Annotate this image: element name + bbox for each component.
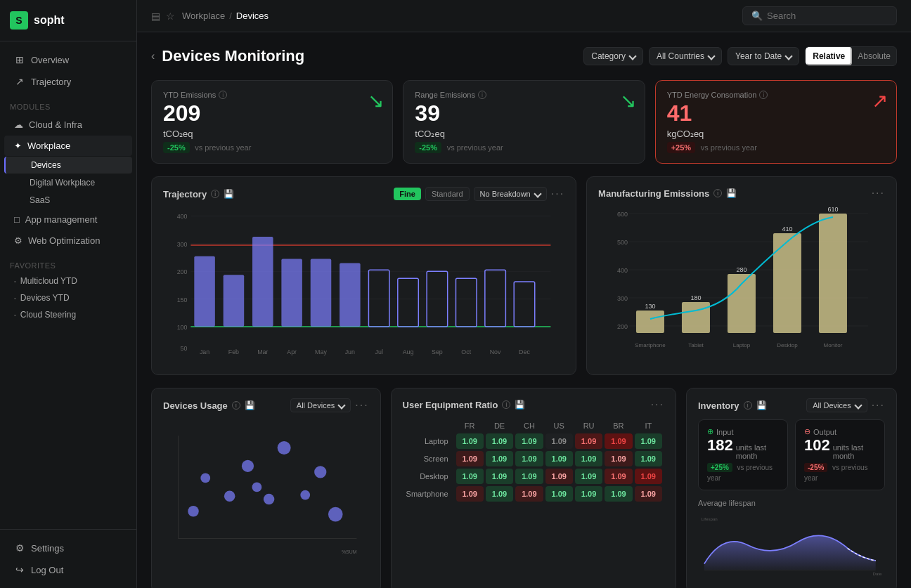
logout-item[interactable]: ↪ Log Out (4, 559, 132, 580)
trend-arrow-down-icon: ↘ (620, 89, 636, 112)
col-br: BR (605, 420, 632, 431)
svg-rect-24 (514, 282, 535, 327)
svg-text:Jan: Jan (200, 348, 209, 355)
svg-point-74 (188, 506, 198, 516)
search-box[interactable]: 🔍 (742, 6, 897, 25)
inventory-input-value: 182 (707, 438, 733, 453)
app-mgmt-icon: □ (14, 214, 20, 225)
svg-rect-22 (456, 278, 477, 327)
info-icon[interactable]: i (502, 400, 510, 409)
back-button[interactable]: ‹ (151, 50, 155, 63)
kpi-ytd-badge: -25% (163, 142, 190, 153)
breakdown-dropdown[interactable]: No Breakdown (474, 187, 547, 201)
favorites-item-multicloud[interactable]: Multicloud YTD (0, 273, 136, 289)
sidebar-item-app-management[interactable]: □ App management (4, 209, 132, 230)
info-icon[interactable]: i (211, 190, 219, 198)
inventory-input: ⊕ Input 182 units last month +25% vs pre… (698, 419, 788, 490)
inventory-title: Inventory (698, 400, 739, 411)
svg-rect-13 (194, 256, 215, 327)
svg-point-71 (278, 441, 291, 455)
sidebar-toggle-icon[interactable]: ▤ (151, 11, 160, 22)
inventory-panel: Inventory i 💾 All Devices ··· (686, 388, 897, 588)
svg-text:Date: Date (872, 571, 882, 576)
sidebar: S sopht ⊞ Overview ↗ Trajectory Modules … (0, 0, 137, 588)
relative-button[interactable]: Relative (806, 47, 852, 65)
category-filter[interactable]: Category (583, 47, 643, 65)
logo: S sopht (0, 0, 136, 41)
svg-text:400: 400 (177, 213, 188, 220)
devices-usage-panel: Devices Usage i 💾 All Devices ··· %CPU (151, 388, 381, 588)
sidebar-child-saas[interactable]: SaaS (4, 192, 132, 209)
search-input[interactable] (767, 11, 888, 21)
sidebar-item-cloud-infra[interactable]: ☁ Cloud & Infra (4, 115, 132, 135)
info-icon[interactable]: i (232, 401, 240, 410)
sidebar-item-overview[interactable]: ⊞ Overview (4, 49, 132, 70)
save-chart-icon[interactable]: 💾 (726, 188, 737, 198)
more-options-icon[interactable]: ··· (551, 188, 564, 200)
charts-row-2: Devices Usage i 💾 All Devices ··· %CPU (151, 388, 897, 588)
info-icon[interactable]: i (219, 91, 227, 99)
logo-icon: S (10, 11, 28, 30)
save-chart-icon[interactable]: 💾 (756, 400, 767, 410)
svg-rect-17 (311, 259, 332, 327)
save-chart-icon[interactable]: 💾 (515, 400, 525, 410)
sidebar-nav: ⊞ Overview ↗ Trajectory Modules ☁ Cloud … (0, 41, 136, 330)
heatmap-row-smartphone: Smartphone 1.09 1.09 1.09 1.09 1.09 1.09… (405, 486, 662, 502)
heatmap-table: FR DE CH US RU BR IT Laptop 1.09 (403, 418, 664, 504)
star-icon[interactable]: ☆ (166, 11, 175, 22)
svg-text:280: 280 (737, 266, 747, 273)
sidebar-item-web-optimization[interactable]: ⚙ Web Optimization (4, 230, 132, 251)
breadcrumb-parent[interactable]: Workplace (182, 11, 225, 21)
svg-text:Monitor: Monitor (824, 342, 843, 348)
kpi-row: YTD Emissions i 209 tCO₂eq ↘ -25% vs pre… (151, 80, 897, 164)
save-chart-icon[interactable]: 💾 (245, 400, 255, 410)
user-equipment-ratio-panel: User Equipment Ratio i 💾 ··· FR DE CH US (391, 388, 676, 588)
trajectory-icon: ↗ (14, 76, 25, 87)
more-options-icon[interactable]: ··· (355, 399, 368, 412)
page-title: Devices Monitoring (162, 47, 304, 65)
standard-button[interactable]: Standard (425, 187, 470, 201)
input-badge: +25% (707, 463, 732, 472)
inventory-dropdown[interactable]: All Devices (806, 398, 867, 412)
svg-point-70 (264, 494, 274, 504)
info-icon[interactable]: i (713, 189, 722, 197)
svg-text:Jun: Jun (345, 348, 355, 355)
sidebar-child-digital-workplace[interactable]: Digital Workplace (4, 174, 132, 191)
col-de: DE (486, 420, 513, 431)
sidebar-item-workplace[interactable]: ✦ Workplace (4, 136, 132, 156)
info-icon[interactable]: i (478, 91, 486, 99)
kpi-energy-badge: +25% (667, 142, 695, 153)
more-options-icon[interactable]: ··· (651, 398, 664, 411)
absolute-button[interactable]: Absolute (852, 48, 896, 64)
svg-text:300: 300 (617, 295, 628, 302)
svg-point-75 (328, 507, 343, 522)
favorites-item-devices-ytd[interactable]: Devices YTD (0, 289, 136, 306)
overview-icon: ⊞ (14, 54, 25, 65)
heatmap-row-laptop: Laptop 1.09 1.09 1.09 1.09 1.09 1.09 1.0… (405, 433, 662, 449)
more-options-icon[interactable]: ··· (872, 187, 885, 200)
svg-text:Lifespan: Lifespan (701, 516, 718, 521)
favorites-item-cloud-steering[interactable]: Cloud Steering (0, 306, 136, 323)
user-eq-ratio-title: User Equipment Ratio (403, 400, 498, 410)
inventory-metrics: ⊕ Input 182 units last month +25% vs pre… (698, 419, 885, 490)
save-chart-icon[interactable]: 💾 (224, 189, 234, 199)
settings-item[interactable]: ⚙ Settings (4, 537, 132, 558)
svg-rect-20 (398, 278, 419, 327)
svg-text:Nov: Nov (490, 348, 501, 355)
lifespan-chart-svg: Lifespan Date (698, 510, 885, 580)
period-filter[interactable]: Year to Date (728, 47, 799, 65)
col-fr: FR (456, 420, 484, 431)
svg-point-68 (242, 460, 254, 472)
sidebar-item-trajectory[interactable]: ↗ Trajectory (4, 71, 132, 92)
svg-text:410: 410 (782, 226, 793, 233)
devices-usage-dropdown[interactable]: All Devices (290, 398, 351, 412)
sidebar-child-devices[interactable]: Devices (4, 157, 132, 174)
info-icon[interactable]: i (759, 91, 768, 99)
info-icon[interactable]: i (744, 401, 752, 410)
more-options-icon[interactable]: ··· (872, 399, 885, 412)
charts-row-1: Trajectory i 💾 Fine Standard No Breakdow… (151, 176, 897, 375)
fine-button[interactable]: Fine (394, 188, 421, 200)
relative-absolute-toggle: Relative Absolute (805, 46, 897, 66)
countries-filter[interactable]: All Countries (649, 47, 722, 65)
svg-text:Laptop: Laptop (733, 342, 751, 348)
